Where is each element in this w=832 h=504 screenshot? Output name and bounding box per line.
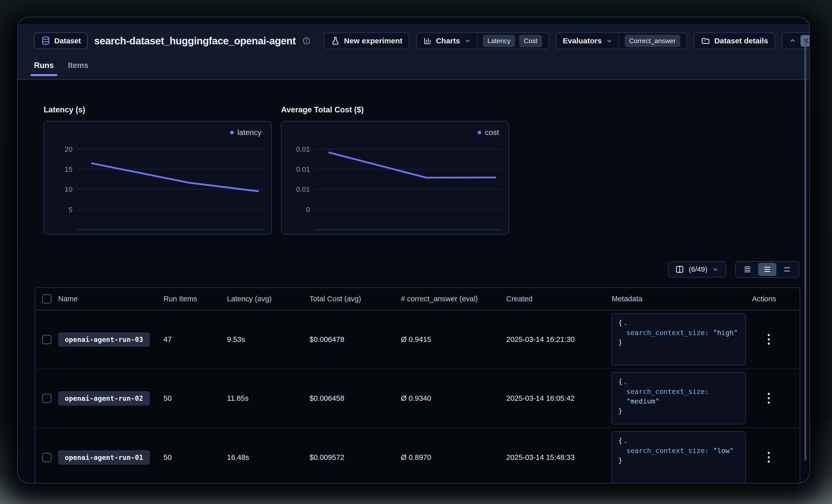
- legend-dot-icon: [477, 131, 482, 135]
- created-value: 2025-03-14 15:48:33: [506, 453, 612, 461]
- row-actions-button[interactable]: [761, 389, 776, 407]
- column-visibility-button[interactable]: (6/49): [668, 261, 726, 278]
- latency-chart-card: 2015105 latency: [44, 121, 272, 234]
- flask-icon: [331, 36, 340, 46]
- cost-chart-title: Average Total Cost ($): [281, 105, 509, 114]
- row-height-toggle: [735, 261, 799, 278]
- cost-chart-card: 0.010.010.010 cost: [281, 121, 509, 234]
- evaluators-dropdown[interactable]: Evaluators: [563, 36, 602, 45]
- divider: [619, 35, 619, 47]
- col-header-metadata: Metadata: [612, 295, 752, 303]
- json-close-brace: }: [618, 338, 739, 347]
- tab-items[interactable]: Items: [68, 61, 88, 76]
- top-bar: Dataset search-dataset_huggingface_opena…: [18, 24, 809, 80]
- cost-legend: cost: [477, 128, 499, 137]
- svg-text:20: 20: [65, 145, 73, 153]
- cost-line-chart: 0.010.010.010: [282, 121, 509, 234]
- chevron-down-icon[interactable]: [606, 37, 613, 45]
- col-header-actions: Actions: [752, 295, 800, 303]
- latency-chart-block: Latency (s) 2015105 latency: [44, 105, 272, 234]
- title-row: Dataset search-dataset_huggingface_opena…: [34, 24, 793, 57]
- tab-runs[interactable]: Runs: [34, 61, 54, 76]
- chevron-down-icon[interactable]: [464, 37, 471, 45]
- json-close-brace: }: [618, 406, 739, 416]
- columns-count: (6/49): [689, 265, 707, 274]
- json-value: "medium": [626, 397, 659, 405]
- row-actions-button[interactable]: [761, 331, 776, 348]
- latency-value: 9.53s: [227, 335, 310, 344]
- dataset-details-button[interactable]: Dataset details: [694, 32, 775, 49]
- latency-value: 11.65s: [227, 394, 310, 402]
- json-key: search_context_size:: [626, 388, 709, 395]
- row-height-large[interactable]: [778, 263, 796, 276]
- svg-text:0.01: 0.01: [296, 165, 310, 173]
- row-checkbox[interactable]: [42, 335, 52, 344]
- page-title: search-dataset_huggingface_openai-agent: [94, 35, 296, 47]
- correct-answer-value: Ø 0.9415: [401, 335, 506, 344]
- run-items-value: 50: [163, 453, 227, 461]
- json-collapse-icon[interactable]: ⌄: [624, 379, 627, 385]
- main-content: Latency (s) 2015105 latency Average Tota…: [18, 105, 809, 483]
- json-key: search_context_size:: [626, 447, 709, 454]
- chevron-up-icon: [789, 37, 797, 45]
- evaluators-group: Evaluators Correct_answer: [556, 32, 687, 49]
- info-icon[interactable]: [303, 37, 311, 45]
- created-value: 2025-03-14 16:05:42: [506, 394, 612, 402]
- col-header-name: Name: [58, 295, 163, 303]
- row-height-medium[interactable]: [758, 263, 776, 276]
- chip-cost[interactable]: Cost: [519, 35, 542, 47]
- table-row: openai-agent-run-03 47 9.53s $0.006478 Ø…: [35, 310, 800, 369]
- columns-icon: [675, 265, 684, 274]
- metadata-json: {⌄ search_context_size: "low" }: [612, 431, 746, 483]
- database-icon: [41, 36, 51, 46]
- run-name-badge[interactable]: openai-agent-run-01: [58, 450, 150, 465]
- row-checkbox[interactable]: [42, 394, 52, 403]
- latency-value: 16.48s: [227, 453, 310, 461]
- legend-label: latency: [237, 128, 261, 137]
- col-header-created: Created: [506, 295, 612, 303]
- run-name-badge[interactable]: openai-agent-run-02: [58, 391, 150, 405]
- charts-row: Latency (s) 2015105 latency Average Tota…: [44, 105, 809, 234]
- vertical-scrollbar[interactable]: [804, 39, 806, 460]
- metadata-json: {⌄ search_context_size: "high" }: [612, 313, 746, 365]
- correct-answer-value: Ø 0.8970: [401, 453, 506, 461]
- folder-icon: [701, 36, 710, 46]
- total-cost-value: $0.009572: [310, 453, 401, 461]
- dataset-details-label: Dataset details: [714, 36, 768, 45]
- table-row: openai-agent-run-02 50 11.65s $0.006458 …: [35, 369, 800, 428]
- charts-group: Charts Latency Cost: [416, 32, 549, 49]
- bar-chart-icon: [423, 36, 432, 45]
- table-controls: (6/49): [18, 261, 799, 278]
- new-experiment-button[interactable]: New experiment: [324, 32, 410, 49]
- row-height-small[interactable]: [738, 263, 757, 276]
- json-value: "high": [713, 329, 738, 337]
- select-all-cell: [35, 294, 58, 304]
- json-key: search_context_size:: [626, 329, 709, 337]
- run-items-value: 50: [163, 394, 227, 402]
- col-header-correct-answer: # correct_answer (eval): [401, 295, 506, 303]
- chip-correct-answer[interactable]: Correct_answer: [625, 35, 680, 47]
- svg-text:10: 10: [65, 186, 73, 194]
- row-actions-button[interactable]: [761, 448, 776, 466]
- legend-label: cost: [485, 128, 499, 137]
- run-name-badge[interactable]: openai-agent-run-03: [58, 332, 150, 347]
- svg-text:5: 5: [69, 206, 73, 214]
- chevron-down-icon: [712, 266, 719, 273]
- col-header-latency: Latency (avg): [227, 295, 310, 303]
- correct-answer-value: Ø 0.9340: [401, 394, 506, 402]
- run-items-value: 47: [163, 335, 227, 344]
- table-header-row: Name Run Items Latency (avg) Total Cost …: [35, 288, 800, 310]
- dataset-badge-label: Dataset: [54, 37, 81, 45]
- col-header-run-items: Run Items: [163, 295, 227, 303]
- legend-dot-icon: [230, 131, 234, 135]
- svg-text:0.01: 0.01: [296, 186, 310, 194]
- select-all-checkbox[interactable]: [42, 294, 52, 304]
- json-collapse-icon[interactable]: ⌄: [624, 320, 627, 326]
- latency-chart-title: Latency (s): [44, 105, 272, 114]
- json-collapse-icon[interactable]: ⌄: [624, 438, 627, 444]
- row-checkbox[interactable]: [42, 453, 52, 462]
- charts-dropdown[interactable]: Charts: [436, 36, 460, 45]
- json-value: "low": [713, 447, 733, 454]
- chip-latency[interactable]: Latency: [483, 35, 515, 47]
- runs-table: Name Run Items Latency (avg) Total Cost …: [35, 287, 800, 483]
